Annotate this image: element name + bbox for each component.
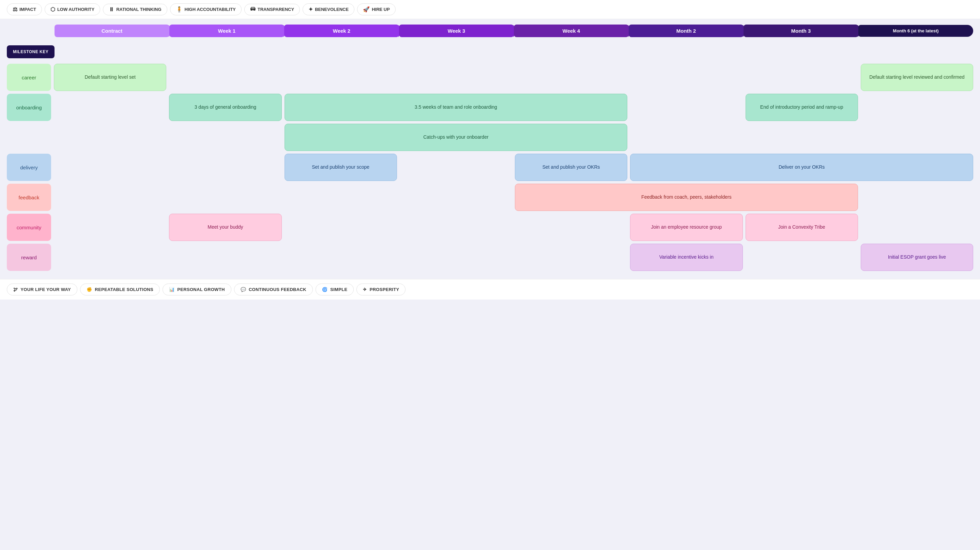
bottom-pill-your-life[interactable]: 🕊YOUR LIFE YOUR WAY — [7, 283, 77, 296]
category-label-career: career — [7, 64, 51, 91]
card-onboarding-catchup: Catch-ups with your onboarder — [285, 124, 628, 151]
nav-pill-high-accountability[interactable]: 🧍HIGH ACCOUNTABILITY — [170, 3, 242, 15]
nav-pill-benevolence[interactable]: ✦BENEVOLENCE — [302, 3, 355, 15]
repeatable-icon: ✊ — [87, 287, 92, 292]
timeline-bar: ContractWeek 1Week 2Week 3Week 4Month 2M… — [0, 19, 980, 40]
timeline-step-contract[interactable]: Contract — [54, 25, 169, 37]
card-career-col8: Default starting level reviewed and conf… — [861, 64, 973, 91]
nav-pill-transparency[interactable]: 🕶TRANSPARENCY — [244, 4, 300, 15]
nav-pill-low-authority[interactable]: ⬡LOW AUTHORITY — [45, 3, 100, 15]
rational-thinking-icon: ⏸ — [109, 6, 114, 13]
bottom-nav: 🕊YOUR LIFE YOUR WAY✊REPEATABLE SOLUTIONS… — [0, 279, 980, 300]
card-delivery-col6: Deliver on your OKRs — [630, 154, 973, 181]
bottom-label-your-life: YOUR LIFE YOUR WAY — [21, 287, 71, 292]
bottom-pill-prosperity[interactable]: ✈PROSPERITY — [356, 283, 406, 296]
bottom-label-personal-growth: PERSONAL GROWTH — [177, 287, 224, 292]
category-label-reward: reward — [7, 244, 51, 271]
content-grid-community: Meet your buddyJoin an employee resource… — [54, 214, 973, 241]
bottom-label-repeatable: REPEATABLE SOLUTIONS — [95, 287, 153, 292]
bottom-pill-continuous-feedback[interactable]: 💬CONTINUOUS FEEDBACK — [234, 283, 313, 296]
low-authority-icon: ⬡ — [51, 6, 55, 13]
nav-pill-hire-up[interactable]: 🚀HIRE UP — [357, 3, 396, 15]
impact-icon: ⚖ — [13, 6, 18, 13]
timeline-label-week2: Week 2 — [333, 28, 350, 34]
content-grid-onboarding-1: 3 days of general onboarding3.5 weeks of… — [54, 94, 973, 121]
nav-label-rational-thinking: RATIONAL THINKING — [116, 7, 161, 12]
card-delivery-col5: Set and publish your OKRs — [515, 154, 627, 181]
bottom-label-continuous-feedback: CONTINUOUS FEEDBACK — [249, 287, 306, 292]
timeline-step-month2[interactable]: Month 2 — [629, 25, 743, 37]
card-career-col1: Default starting level set — [54, 64, 166, 91]
main-content: MILESTONE KEY careerDefault starting lev… — [0, 40, 980, 277]
nav-label-high-accountability: HIGH ACCOUNTABILITY — [185, 7, 236, 12]
nav-pill-impact[interactable]: ⚖IMPACT — [7, 3, 42, 15]
bottom-label-prosperity: PROSPERITY — [370, 287, 399, 292]
top-nav: ⚖IMPACT⬡LOW AUTHORITY⏸RATIONAL THINKING🧍… — [0, 0, 980, 19]
card-onboarding-2: 3 days of general onboarding — [169, 94, 282, 121]
bottom-label-simple: SIMPLE — [330, 287, 347, 292]
nav-label-benevolence: BENEVOLENCE — [315, 7, 348, 12]
timeline-step-week3[interactable]: Week 3 — [399, 25, 514, 37]
row-delivery: deliverySet and publish your scopeSet an… — [7, 154, 973, 181]
content-grid-feedback: Feedback from coach, peers, stakeholders — [54, 184, 973, 211]
transparency-icon: 🕶 — [250, 6, 256, 13]
card-reward-col6: Variable incentive kicks in — [630, 244, 743, 271]
timeline-label-contract: Contract — [102, 28, 123, 34]
timeline-label-week1: Week 1 — [218, 28, 235, 34]
bottom-pill-simple[interactable]: 🌀SIMPLE — [315, 283, 354, 296]
timeline-label-week4: Week 4 — [563, 28, 580, 34]
card-reward-col8: Initial ESOP grant goes live — [861, 244, 973, 271]
bottom-pill-personal-growth[interactable]: 📊PERSONAL GROWTH — [162, 283, 231, 296]
card-onboarding-3: 3.5 weeks of team and role onboarding — [285, 94, 628, 121]
category-label-delivery: delivery — [7, 154, 51, 181]
card-delivery-col3: Set and publish your scope — [285, 154, 397, 181]
high-accountability-icon: 🧍 — [176, 6, 183, 13]
prosperity-icon: ✈ — [363, 287, 367, 292]
card-community-col7: Join a Convexity Tribe — [746, 214, 858, 241]
row-community: communityMeet your buddyJoin an employee… — [7, 214, 973, 241]
content-grid-onboarding-2: Catch-ups with your onboarder — [54, 124, 973, 151]
content-grid-delivery: Set and publish your scopeSet and publis… — [54, 154, 973, 181]
card-community-col6: Join an employee resource group — [630, 214, 743, 241]
category-label-community: community — [7, 214, 51, 241]
timeline-step-week1[interactable]: Week 1 — [169, 25, 284, 37]
category-label-onboarding: onboarding — [7, 94, 51, 121]
timeline-label-month3: Month 3 — [791, 28, 811, 34]
hire-up-icon: 🚀 — [363, 6, 370, 13]
bottom-pill-repeatable[interactable]: ✊REPEATABLE SOLUTIONS — [80, 283, 160, 296]
timeline-label-month6: Month 6 (at the latest) — [893, 28, 939, 33]
row-onboarding: onboarding3 days of general onboarding3.… — [7, 94, 973, 151]
row-onboarding-1: onboarding3 days of general onboarding3.… — [7, 94, 973, 121]
row-reward: rewardVariable incentive kicks inInitial… — [7, 244, 973, 271]
nav-label-transparency: TRANSPARENCY — [258, 7, 294, 12]
nav-label-impact: IMPACT — [19, 7, 36, 12]
benevolence-icon: ✦ — [309, 6, 313, 13]
row-onboarding-2: Catch-ups with your onboarder — [7, 124, 973, 151]
simple-icon: 🌀 — [322, 287, 328, 292]
card-onboarding-7: End of introductory period and ramp-up — [746, 94, 858, 121]
timeline-step-month6[interactable]: Month 6 (at the latest) — [858, 25, 973, 37]
personal-growth-icon: 📊 — [169, 287, 175, 292]
row-career: careerDefault starting level setDefault … — [7, 64, 973, 91]
timeline-step-month3[interactable]: Month 3 — [743, 25, 858, 37]
card-community-col2: Meet your buddy — [169, 214, 282, 241]
your-life-icon: 🕊 — [13, 287, 18, 292]
timeline-step-week4[interactable]: Week 4 — [514, 25, 629, 37]
content-grid-career: Default starting level setDefault starti… — [54, 64, 973, 91]
row-feedback: feedbackFeedback from coach, peers, stak… — [7, 184, 973, 211]
timeline-label-week3: Week 3 — [448, 28, 465, 34]
nav-label-low-authority: LOW AUTHORITY — [57, 7, 94, 12]
nav-label-hire-up: HIRE UP — [372, 7, 390, 12]
nav-pill-rational-thinking[interactable]: ⏸RATIONAL THINKING — [103, 4, 167, 15]
timeline-step-week2[interactable]: Week 2 — [284, 25, 399, 37]
continuous-feedback-icon: 💬 — [240, 287, 246, 292]
content-grid-reward: Variable incentive kicks inInitial ESOP … — [54, 244, 973, 271]
card-feedback-col5: Feedback from coach, peers, stakeholders — [515, 184, 858, 211]
milestone-grid: careerDefault starting level setDefault … — [7, 64, 973, 271]
milestone-key-button[interactable]: MILESTONE KEY — [7, 45, 54, 58]
category-label-feedback: feedback — [7, 184, 51, 211]
timeline-label-month2: Month 2 — [676, 28, 696, 34]
